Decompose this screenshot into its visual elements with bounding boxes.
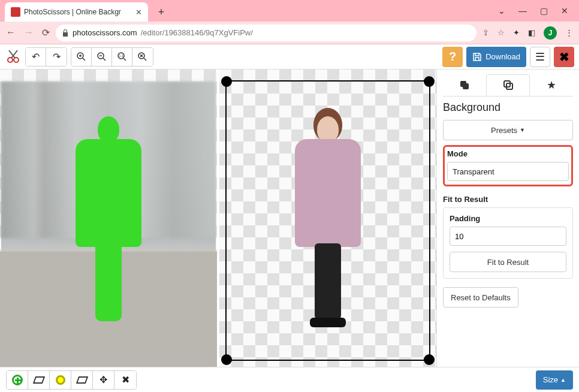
favicon	[11, 7, 20, 17]
presets-button[interactable]: Presets ▼	[443, 120, 573, 140]
zoom-actual-button[interactable]	[132, 48, 153, 66]
properties-panel: ★ Background Presets ▼ Mode Transparent …	[436, 70, 579, 367]
editor-main: ★ Background Presets ▼ Mode Transparent …	[0, 70, 579, 367]
redo-button[interactable]: ↷	[46, 48, 67, 66]
browser-tab[interactable]: PhotoScissors | Online Backgr ✕	[5, 2, 148, 22]
star-icon[interactable]: ☆	[497, 28, 505, 37]
tab-title: PhotoScissors | Online Backgr	[24, 8, 132, 16]
download-label: Download	[485, 52, 520, 61]
panel-tabs: ★	[443, 74, 573, 97]
url-input[interactable]: photoscissors.com/editor/196388146/9q7Xg…	[56, 25, 477, 41]
caret-down-icon: ▼	[520, 127, 525, 133]
mode-section-highlight: Mode Transparent	[443, 145, 573, 186]
maximize-icon[interactable]: ▢	[540, 6, 548, 16]
source-canvas[interactable]	[0, 70, 219, 367]
download-button[interactable]: Download	[466, 47, 526, 67]
mark-tools-group: ✥ ✖	[6, 370, 137, 390]
url-domain: photoscissors.com	[73, 28, 137, 37]
help-button[interactable]: ?	[442, 47, 463, 67]
mode-label: Mode	[447, 149, 569, 158]
tab-foreground[interactable]	[443, 74, 486, 96]
move-tool[interactable]: ✥	[93, 371, 114, 389]
undo-redo-group: ↶ ↷	[25, 47, 67, 67]
share-icon[interactable]: ⇪	[482, 28, 489, 37]
padding-input[interactable]	[450, 227, 566, 246]
crop-handle-tr[interactable]	[424, 76, 435, 87]
back-icon[interactable]: ←	[6, 27, 16, 38]
kebab-menu-icon[interactable]: ⋮	[565, 28, 573, 37]
extensions-icon[interactable]: ✦	[513, 28, 520, 37]
svg-text:1:1: 1:1	[119, 54, 123, 58]
reload-icon[interactable]: ⟳	[42, 27, 50, 38]
panel-heading: Background	[443, 101, 573, 114]
tab-effects[interactable]: ★	[530, 74, 573, 96]
result-canvas[interactable]	[219, 70, 436, 367]
svg-rect-8	[463, 83, 469, 89]
padding-label: Padding	[450, 214, 566, 223]
reset-defaults-button[interactable]: Reset to Defaults	[443, 287, 518, 307]
new-tab-button[interactable]: +	[153, 4, 170, 20]
tab-close-icon[interactable]: ✕	[135, 8, 142, 17]
mode-select[interactable]: Transparent	[447, 162, 569, 181]
window-close-icon[interactable]: ✕	[561, 6, 568, 16]
window-controls: ⌄ — ▢ ✕	[498, 6, 579, 22]
zoom-group: 1:1	[71, 47, 153, 67]
clear-tool[interactable]: ✖	[114, 371, 136, 389]
bottom-toolbar: ✥ ✖ Size ▲	[0, 367, 579, 392]
hamburger-menu-button[interactable]: ☰	[530, 47, 550, 67]
browser-address-bar: ← → ⟳ photoscissors.com/editor/196388146…	[0, 22, 579, 44]
app-toolbar: ↶ ↷ 1:1 ? Download ☰ ✖	[0, 44, 579, 70]
tab-background[interactable]	[486, 74, 530, 96]
undo-button[interactable]: ↶	[26, 48, 46, 66]
caret-up-icon: ▲	[560, 377, 566, 383]
crop-handle-tl[interactable]	[221, 76, 232, 87]
fit-heading: Fit to Result	[443, 195, 573, 204]
erase-green-tool[interactable]	[28, 371, 50, 389]
app-logo[interactable]	[5, 49, 22, 65]
url-path: /editor/196388146/9q7XgVFiPw/	[141, 28, 253, 37]
minimize-icon[interactable]: —	[518, 6, 527, 16]
browser-titlebar: PhotoScissors | Online Backgr ✕ + ⌄ — ▢ …	[0, 0, 579, 22]
zoom-fit-button[interactable]: 1:1	[112, 48, 132, 66]
foreground-mask	[70, 116, 147, 332]
yellow-mark-tool[interactable]	[50, 371, 71, 389]
caret-down-icon[interactable]: ⌄	[498, 6, 505, 16]
side-panel-icon[interactable]: ◧	[528, 28, 535, 37]
fit-to-result-button[interactable]: Fit to Result	[450, 252, 566, 272]
app-close-button[interactable]: ✖	[554, 47, 574, 67]
save-icon	[472, 52, 482, 62]
zoom-out-button[interactable]	[92, 48, 112, 66]
fit-box: Padding Fit to Result	[443, 207, 573, 279]
size-button[interactable]: Size ▲	[536, 370, 573, 390]
add-mark-tool[interactable]	[7, 371, 28, 389]
crop-handle-bl[interactable]	[221, 354, 232, 365]
crop-box[interactable]	[225, 80, 430, 361]
forward-icon[interactable]: →	[24, 27, 34, 38]
lock-icon	[62, 29, 69, 37]
profile-avatar[interactable]: J	[544, 26, 557, 40]
crop-handle-br[interactable]	[424, 354, 435, 365]
erase-yellow-tool[interactable]	[71, 371, 93, 389]
zoom-in-button[interactable]	[71, 48, 92, 66]
